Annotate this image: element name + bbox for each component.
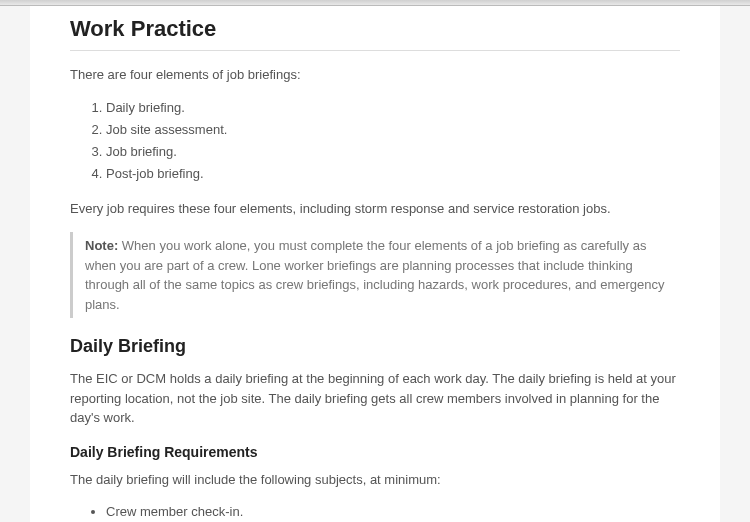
every-job-paragraph: Every job requires these four elements, …	[70, 199, 680, 219]
document-page: Work Practice There are four elements of…	[30, 6, 720, 522]
list-item: Job briefing.	[106, 141, 680, 163]
page-title: Work Practice	[70, 16, 680, 51]
note-block: Note: When you work alone, you must comp…	[70, 232, 680, 318]
list-item: Crew member check-in.	[106, 501, 680, 522]
list-item: Daily briefing.	[106, 97, 680, 119]
elements-list: Daily briefing. Job site assessment. Job…	[106, 97, 680, 185]
list-item: Post-job briefing.	[106, 163, 680, 185]
requirements-list: Crew member check-in. Work plans for the…	[106, 501, 680, 522]
intro-paragraph: There are four elements of job briefings…	[70, 65, 680, 85]
daily-briefing-text: The EIC or DCM holds a daily briefing at…	[70, 369, 680, 428]
daily-briefing-heading: Daily Briefing	[70, 336, 680, 357]
note-label: Note:	[85, 238, 118, 253]
requirements-heading: Daily Briefing Requirements	[70, 444, 680, 460]
list-item: Job site assessment.	[106, 119, 680, 141]
note-text: When you work alone, you must complete t…	[85, 238, 665, 312]
requirements-intro: The daily briefing will include the foll…	[70, 470, 680, 490]
